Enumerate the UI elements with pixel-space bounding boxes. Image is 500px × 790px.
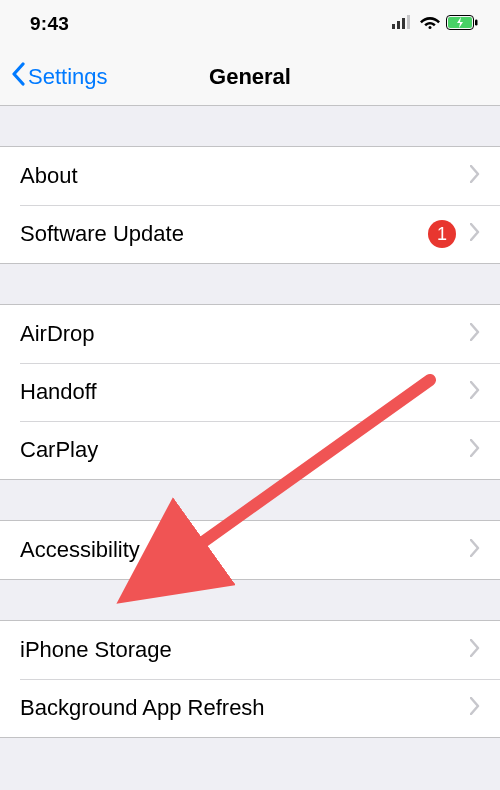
row-label: Handoff [20, 379, 470, 405]
chevron-right-icon [470, 439, 480, 461]
row-label: iPhone Storage [20, 637, 470, 663]
svg-point-4 [429, 26, 432, 29]
row-airdrop[interactable]: AirDrop [0, 305, 500, 363]
group-spacer [0, 738, 500, 778]
wifi-icon [420, 15, 440, 33]
group-spacer [0, 106, 500, 146]
svg-rect-1 [397, 21, 400, 29]
chevron-right-icon [470, 697, 480, 719]
chevron-right-icon [470, 381, 480, 403]
nav-bar: Settings General [0, 48, 500, 106]
chevron-left-icon [10, 62, 26, 92]
back-label: Settings [28, 64, 108, 90]
group-spacer [0, 580, 500, 620]
list-group: AirDrop Handoff CarPlay [0, 304, 500, 480]
cellular-icon [392, 15, 414, 33]
status-time: 9:43 [30, 13, 69, 35]
chevron-right-icon [470, 223, 480, 245]
row-label: Background App Refresh [20, 695, 470, 721]
chevron-right-icon [470, 323, 480, 345]
svg-rect-6 [475, 19, 478, 25]
row-iphone-storage[interactable]: iPhone Storage [0, 621, 500, 679]
row-label: AirDrop [20, 321, 470, 347]
svg-rect-2 [402, 18, 405, 29]
status-icons [392, 15, 478, 34]
row-label: CarPlay [20, 437, 470, 463]
group-spacer [0, 264, 500, 304]
list-group: Accessibility [0, 520, 500, 580]
chevron-right-icon [470, 165, 480, 187]
chevron-right-icon [470, 539, 480, 561]
row-software-update[interactable]: Software Update 1 [0, 205, 500, 263]
back-button[interactable]: Settings [10, 62, 108, 92]
group-spacer [0, 480, 500, 520]
row-accessibility[interactable]: Accessibility [0, 521, 500, 579]
list-group: iPhone Storage Background App Refresh [0, 620, 500, 738]
chevron-right-icon [470, 639, 480, 661]
svg-rect-3 [407, 15, 410, 29]
row-label: Accessibility [20, 537, 470, 563]
svg-rect-0 [392, 24, 395, 29]
row-carplay[interactable]: CarPlay [0, 421, 500, 479]
list-group: About Software Update 1 [0, 146, 500, 264]
row-label: About [20, 163, 470, 189]
battery-icon [446, 15, 478, 34]
row-about[interactable]: About [0, 147, 500, 205]
status-bar: 9:43 [0, 0, 500, 48]
row-background-app-refresh[interactable]: Background App Refresh [0, 679, 500, 737]
row-label: Software Update [20, 221, 428, 247]
notification-badge: 1 [428, 220, 456, 248]
row-handoff[interactable]: Handoff [0, 363, 500, 421]
